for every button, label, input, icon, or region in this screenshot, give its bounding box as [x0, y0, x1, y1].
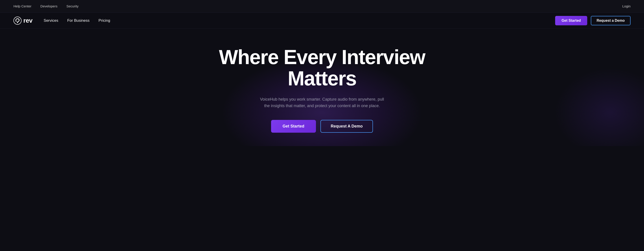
rev-logo-icon — [14, 16, 22, 25]
hero-request-demo-button[interactable]: Request A Demo — [320, 120, 373, 133]
hero-section: Where Every Interview Matters VoiceHub h… — [0, 29, 644, 146]
svg-point-1 — [17, 22, 18, 23]
login-link[interactable]: Login — [622, 4, 630, 8]
nav-links: Services For Business Pricing — [44, 18, 110, 23]
nav-left: rev Services For Business Pricing — [14, 16, 110, 25]
top-bar: Help Center Developers Security Login — [0, 0, 644, 12]
main-nav: rev Services For Business Pricing Get St… — [0, 12, 644, 29]
nav-get-started-button[interactable]: Get Started — [555, 16, 587, 25]
logo[interactable]: rev — [14, 16, 32, 25]
hero-buttons: Get Started Request A Demo — [271, 120, 373, 133]
hero-get-started-button[interactable]: Get Started — [271, 120, 316, 133]
logo-text: rev — [23, 17, 32, 24]
security-link[interactable]: Security — [66, 4, 78, 8]
hero-title: Where Every Interview Matters — [187, 47, 457, 89]
hero-subtitle: VoiceHub helps you work smarter. Capture… — [257, 96, 387, 109]
nav-right: Get Started Request a Demo — [555, 16, 630, 25]
nav-request-demo-button[interactable]: Request a Demo — [591, 16, 630, 25]
developers-link[interactable]: Developers — [40, 4, 58, 8]
help-center-link[interactable]: Help Center — [14, 4, 32, 8]
pricing-nav-link[interactable]: Pricing — [98, 18, 110, 23]
for-business-nav-link[interactable]: For Business — [67, 18, 90, 23]
top-bar-links: Help Center Developers Security — [14, 4, 78, 8]
svg-point-0 — [14, 17, 21, 24]
services-nav-link[interactable]: Services — [44, 18, 58, 23]
